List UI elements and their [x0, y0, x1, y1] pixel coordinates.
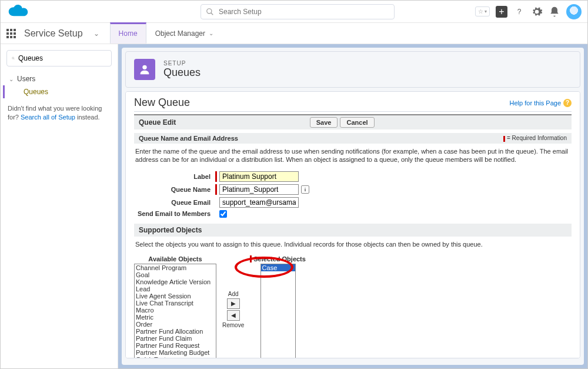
queue-name-input[interactable] — [219, 184, 299, 195]
list-item[interactable]: Partner Fund Allocation — [135, 328, 216, 335]
remove-label: Remove — [222, 322, 244, 328]
global-search[interactable] — [201, 4, 395, 19]
list-item[interactable]: Partner Marketing Budget — [135, 349, 216, 356]
main-content: SETUP Queues New Queue Help for this Pag… — [118, 44, 587, 368]
queue-edit-title: Queue Edit — [139, 118, 176, 127]
list-item[interactable]: Knowledge Article Version — [135, 278, 216, 285]
list-item[interactable]: Live Chat Transcript — [135, 300, 216, 307]
name-email-section-title: Queue Name and Email Address — [139, 135, 238, 142]
dual-listbox: Available Objects Channel ProgramGoalKno… — [134, 255, 572, 358]
info-icon[interactable]: i — [301, 185, 309, 194]
list-item[interactable]: Quick Text — [135, 356, 216, 358]
send-email-checkbox[interactable] — [219, 210, 227, 218]
queue-edit-header: Queue Edit Save Cancel — [134, 114, 572, 129]
header-eyebrow: SETUP — [163, 60, 201, 67]
setup-header: SETUP Queues — [125, 51, 580, 88]
search-icon — [206, 8, 214, 16]
list-item[interactable]: Order — [135, 321, 216, 328]
sidebar-search-input[interactable] — [18, 54, 106, 62]
help-for-page-label: Help for this Page — [510, 99, 561, 107]
list-item[interactable]: Case — [261, 264, 295, 271]
save-button[interactable]: Save — [310, 117, 338, 128]
svg-point-0 — [207, 8, 212, 13]
app-name: Service Setup — [24, 28, 83, 39]
list-item[interactable]: Lead — [135, 285, 216, 292]
required-mark-icon — [250, 255, 252, 262]
global-search-input[interactable] — [219, 8, 389, 16]
available-objects-list[interactable]: Channel ProgramGoalKnowledge Article Ver… — [134, 264, 216, 358]
queue-name-field-label: Queue Name — [134, 186, 215, 193]
tab-object-manager-label: Object Manager — [155, 29, 205, 38]
setup-gear-icon[interactable] — [531, 6, 543, 18]
svg-line-3 — [14, 59, 14, 59]
required-mark-icon — [215, 184, 217, 195]
header-title: Queues — [163, 67, 201, 79]
app-nav-chevron-icon[interactable]: ⌄ — [93, 29, 99, 38]
tree-node-users-label: Users — [17, 75, 35, 83]
list-item[interactable]: Partner Fund Request — [135, 342, 216, 349]
global-header: ☆▾ + ? — [1, 1, 587, 23]
help-question-icon: ? — [563, 99, 572, 107]
search-icon — [12, 55, 15, 62]
name-email-description: Enter the name of the queue and the emai… — [134, 144, 572, 168]
queue-email-field-label: Queue Email — [134, 199, 215, 206]
sidebar-search[interactable] — [6, 50, 112, 67]
svg-point-2 — [12, 57, 14, 59]
send-email-field-label: Send Email to Members — [134, 210, 215, 217]
app-nav: Service Setup ⌄ Home Object Manager ⌄ — [1, 23, 587, 44]
setup-sidebar: ⌄ Users Queues Didn't find what you were… — [1, 44, 118, 368]
page-panel: New Queue Help for this Page ? Queue Edi… — [125, 91, 580, 358]
label-input[interactable] — [219, 171, 299, 182]
list-item[interactable]: Metric — [135, 314, 216, 321]
user-avatar[interactable] — [566, 4, 582, 19]
header-actions: ☆▾ + ? — [475, 4, 582, 19]
queues-header-icon — [134, 59, 155, 80]
selected-objects-label: Selected Objects — [250, 255, 306, 262]
tree-node-users[interactable]: ⌄ Users — [1, 72, 118, 85]
required-info-legend: = Required Information — [503, 135, 567, 141]
name-email-section-header: Queue Name and Email Address = Required … — [134, 133, 572, 144]
salesforce-cloud-logo — [6, 4, 30, 20]
global-create-button[interactable]: + — [496, 6, 507, 18]
remove-button[interactable]: ◀ — [227, 310, 240, 321]
chevron-down-icon: ⌄ — [9, 76, 14, 82]
tree-node-queues[interactable]: Queues — [3, 85, 118, 98]
help-for-page-link[interactable]: Help for this Page ? — [510, 99, 572, 107]
add-label: Add — [228, 291, 239, 297]
required-mark-icon — [215, 171, 217, 182]
help-icon[interactable]: ? — [513, 6, 525, 18]
cancel-button[interactable]: Cancel — [340, 117, 374, 128]
list-item[interactable]: Channel Program — [135, 264, 216, 271]
sidebar-help-text: Didn't find what you were looking for? S… — [1, 98, 118, 128]
search-all-setup-link[interactable]: Search all of Setup — [21, 114, 75, 121]
app-launcher-icon[interactable] — [6, 29, 16, 38]
chevron-down-icon: ⌄ — [209, 30, 213, 36]
list-item[interactable]: Goal — [135, 271, 216, 278]
queue-email-input[interactable] — [219, 197, 299, 208]
notifications-bell-icon[interactable] — [549, 6, 560, 18]
tab-home-label: Home — [119, 29, 138, 38]
add-button[interactable]: ▶ — [227, 298, 240, 309]
list-item[interactable]: Macro — [135, 307, 216, 314]
page-title: New Queue — [134, 97, 190, 109]
available-objects-label: Available Objects — [148, 255, 202, 262]
tab-object-manager[interactable]: Object Manager ⌄ — [146, 23, 222, 44]
sidebar-help-suffix: instead. — [75, 114, 100, 121]
svg-line-1 — [211, 12, 213, 15]
favorites-button[interactable]: ☆▾ — [475, 6, 490, 16]
list-item[interactable]: Partner Fund Claim — [135, 335, 216, 342]
label-field-label: Label — [134, 173, 215, 180]
list-item[interactable]: Live Agent Session — [135, 292, 216, 300]
supported-objects-header: Supported Objects — [134, 224, 572, 237]
supported-objects-desc: Select the objects you want to assign to… — [134, 237, 572, 252]
tab-home[interactable]: Home — [110, 22, 146, 44]
selected-objects-list[interactable]: Case — [260, 264, 296, 358]
queue-form: Label Queue Name i — [134, 171, 572, 218]
svg-point-4 — [142, 65, 146, 69]
